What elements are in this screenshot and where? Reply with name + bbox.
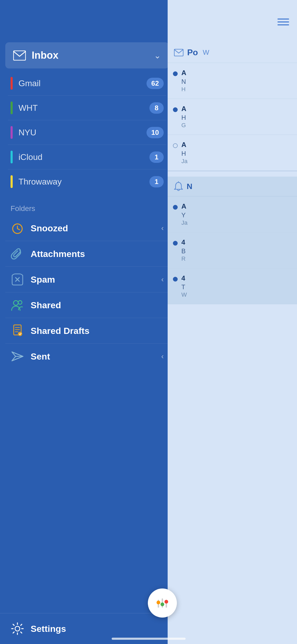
fab-button[interactable] xyxy=(148,588,177,618)
email-preview: R xyxy=(181,255,292,262)
sent-label: Sent xyxy=(31,351,50,362)
shared-drafts-label: Shared Drafts xyxy=(31,326,89,336)
panel-envelope-icon xyxy=(174,49,183,56)
folder-item-shared-drafts[interactable]: Shared Drafts xyxy=(5,318,169,344)
inbox-header[interactable]: Inbox ⌄ xyxy=(5,42,169,68)
snoozed-label: Snoozed xyxy=(31,223,68,233)
email-preview: Ja xyxy=(181,158,292,165)
account-left: Gmail xyxy=(11,77,41,90)
throwaway-dot xyxy=(11,175,13,188)
shared-drafts-icon xyxy=(11,324,24,338)
account-item-nyu[interactable]: NYU 10 xyxy=(8,120,166,145)
inbox-label: Inbox xyxy=(32,50,58,61)
email-sender: A xyxy=(181,69,292,77)
email-item-2[interactable]: A H G xyxy=(168,99,297,135)
nyu-dot xyxy=(11,126,13,139)
snoozed-chevron-icon: ‹ xyxy=(161,224,164,232)
icloud-dot xyxy=(11,151,13,163)
folder-item-sent[interactable]: Sent ‹ xyxy=(5,344,169,369)
unread-dot xyxy=(173,205,178,210)
nyu-label: NYU xyxy=(18,128,36,137)
attachments-label: Attachments xyxy=(31,249,85,259)
folder-left: Attachments xyxy=(11,247,85,261)
email-sender: 4 xyxy=(181,274,292,282)
spam-label: Spam xyxy=(31,274,55,285)
notif-email-1[interactable]: A Y Ja xyxy=(168,196,297,232)
email-sender: A xyxy=(181,202,292,210)
hamburger-menu-button[interactable] xyxy=(275,16,292,28)
email-preview: H xyxy=(181,86,292,93)
email-item-3[interactable]: A H Ja xyxy=(168,135,297,171)
folder-list: Snoozed ‹ Attachments xyxy=(0,215,174,369)
throwaway-badge: 1 xyxy=(149,176,164,187)
email-sender: A xyxy=(181,105,292,113)
shared-label: Shared xyxy=(31,300,61,310)
account-item-gmail[interactable]: Gmail 62 xyxy=(8,71,166,96)
settings-gear-icon xyxy=(11,622,24,636)
icloud-badge: 1 xyxy=(149,151,164,163)
notif-email-3[interactable]: 4 T W xyxy=(168,268,297,304)
sent-icon xyxy=(11,349,24,363)
account-item-wht[interactable]: WHT 8 xyxy=(8,96,166,120)
email-preview: Ja xyxy=(181,219,292,226)
throwaway-label: Throwaway xyxy=(18,177,62,187)
paperclip-icon xyxy=(11,247,24,261)
fab-equalizer-icon xyxy=(154,595,170,611)
notification-bell-icon xyxy=(174,181,183,191)
right-panel: Po W A N H A H G A H Ja xyxy=(168,0,297,644)
email-subject: H xyxy=(181,114,292,121)
svg-point-3 xyxy=(18,301,22,304)
email-content: A H G xyxy=(181,105,292,129)
folder-left: Shared Drafts xyxy=(11,324,89,338)
email-content: 4 T W xyxy=(181,274,292,298)
svg-point-11 xyxy=(161,602,164,606)
folders-section-label: Folders xyxy=(0,199,174,215)
email-item-1[interactable]: A N H xyxy=(168,63,297,99)
folder-item-shared[interactable]: Shared xyxy=(5,292,169,318)
sidebar: Inbox ⌄ Gmail 62 WHT 8 NYU 10 xyxy=(0,0,174,644)
email-subject: Y xyxy=(181,211,292,219)
unread-dot xyxy=(173,107,178,112)
gmail-badge: 62 xyxy=(147,78,164,89)
email-subject: B xyxy=(181,247,292,255)
account-item-icloud[interactable]: iCloud 1 xyxy=(8,145,166,169)
folder-item-snoozed[interactable]: Snoozed ‹ xyxy=(5,215,169,241)
account-left: iCloud xyxy=(11,151,43,163)
email-content: A N H xyxy=(181,69,292,93)
folder-item-attachments[interactable]: Attachments xyxy=(5,241,169,267)
email-content: 4 B R xyxy=(181,238,292,262)
home-indicator xyxy=(112,638,186,640)
shared-icon xyxy=(11,298,24,312)
hamburger-line-3 xyxy=(277,24,289,25)
email-subject: N xyxy=(181,78,292,85)
sent-chevron-icon: ‹ xyxy=(161,352,164,361)
email-sender: A xyxy=(181,141,292,149)
unread-dot xyxy=(173,71,178,76)
spam-icon xyxy=(11,273,24,286)
account-item-throwaway[interactable]: Throwaway 1 xyxy=(8,169,166,194)
folder-left: Spam xyxy=(11,273,55,286)
unread-dot xyxy=(173,241,178,246)
notif-email-2[interactable]: 4 B R xyxy=(168,232,297,268)
email-content: A H Ja xyxy=(181,141,292,165)
svg-point-13 xyxy=(164,600,168,604)
clock-icon xyxy=(11,221,24,235)
email-preview: W xyxy=(181,291,292,298)
svg-point-9 xyxy=(157,601,160,604)
inbox-envelope-icon xyxy=(13,50,26,61)
email-subject: T xyxy=(181,283,292,291)
folder-left: Shared xyxy=(11,298,61,312)
gmail-dot xyxy=(11,77,13,90)
email-subject: H xyxy=(181,150,292,157)
folder-item-spam[interactable]: Spam ‹ xyxy=(5,267,169,292)
svg-point-5 xyxy=(18,332,22,336)
account-left: WHT xyxy=(11,102,38,114)
svg-point-2 xyxy=(13,301,18,305)
svg-point-6 xyxy=(15,626,20,631)
wht-label: WHT xyxy=(18,103,38,113)
email-preview: G xyxy=(181,122,292,129)
unread-dot xyxy=(173,277,178,282)
panel-header-title: Po xyxy=(187,48,198,57)
inbox-header-left: Inbox xyxy=(13,50,58,61)
notification-label: N xyxy=(187,182,192,191)
